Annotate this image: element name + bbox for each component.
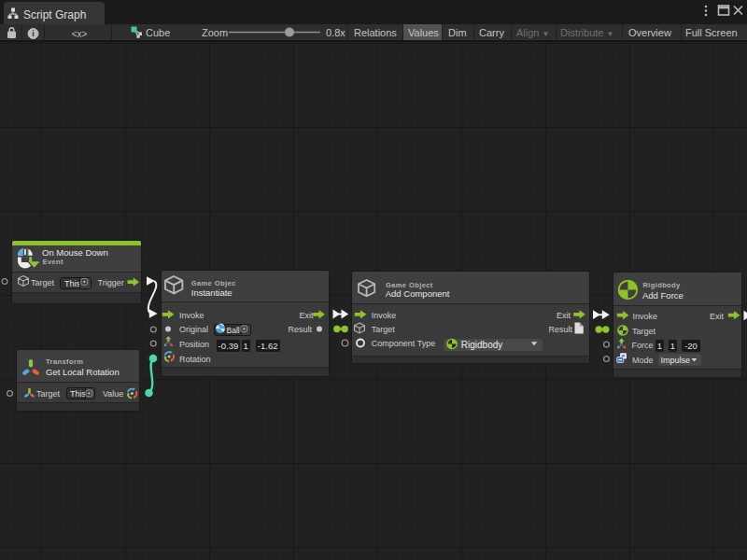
svg-text:<x>: <x> bbox=[72, 29, 88, 39]
svg-text:i: i bbox=[32, 29, 35, 38]
